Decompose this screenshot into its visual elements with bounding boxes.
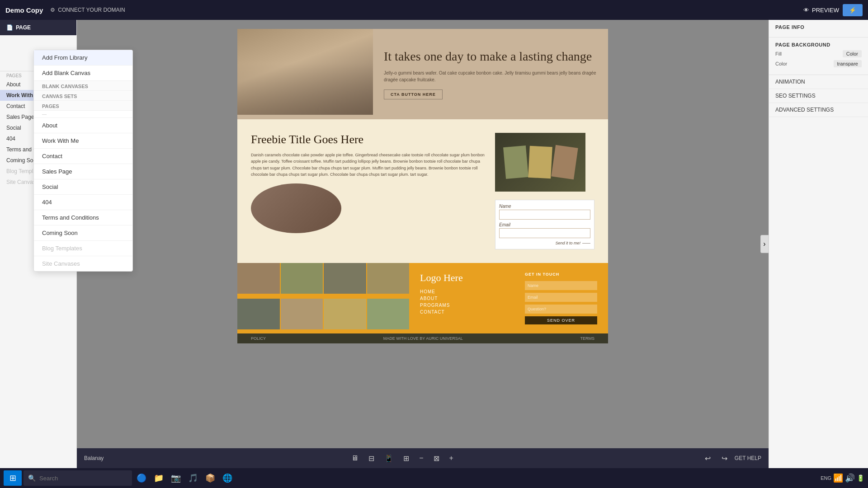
upgrade-button[interactable]: ⚡ [843,4,863,16]
freebie-form: Name Email Send it to me! —— [495,200,594,249]
animation-section[interactable]: ANIMATION [769,75,868,89]
footer-nav-programs[interactable]: PROGRAMS [420,303,516,308]
footer-nav-home[interactable]: HOME [420,289,516,294]
dropdown-404[interactable]: 404 [34,195,132,210]
footer-email-input[interactable] [525,293,597,302]
eye-icon [803,7,809,14]
name-label: Name [499,204,590,209]
windows-icon: ⊞ [9,473,16,483]
footer-nav-contact[interactable]: CONTACT [420,310,516,314]
footer-question-input[interactable] [525,305,597,314]
page-info-section: PAGE INFO [769,20,868,38]
collapse-arrow[interactable]: › [760,235,769,253]
gear-icon [50,7,55,13]
footer-logo: Logo Here [420,272,516,284]
freebie-title: Freebie Title Goes Here [251,133,486,146]
footer-credit: MADE WITH LOVE BY AURIC UNIVERSAL [383,336,463,341]
site-title: Demo Copy [5,6,43,14]
footer-name-input[interactable] [525,281,597,290]
add-blank-canvas-item[interactable]: Add Blank Canvas [34,66,132,81]
dropdown-sales-page[interactable]: Sales Page [34,164,132,179]
right-sidebar: PAGE INFO PAGE BACKGROUND Fill Color Col… [769,20,868,468]
blank-canvases-header: Blank Canvases [34,81,132,91]
dropdown-site-canvases[interactable]: Site Canvases [34,256,132,271]
footer-photo-7 [324,299,366,329]
preview-button[interactable]: PREVIEW [803,7,839,14]
mobile-view-button[interactable]: 📱 [381,452,397,465]
desktop-view-button[interactable]: 🖥 [348,452,362,464]
email-label: Email [499,222,590,227]
email-input[interactable] [499,228,590,238]
footer-section: Logo Here HOME ABOUT PROGRAMS CONTACT GE… [237,263,608,333]
name-input[interactable] [499,210,590,220]
footer-submit-button[interactable]: SEND OVER [525,316,597,324]
app4-icon: 🎵 [188,473,198,483]
hero-section[interactable]: It takes one day to make a lasting chang… [237,29,608,119]
footer-photo-2 [281,263,323,294]
fill-label: Fill [775,51,782,56]
page-background-label: PAGE BACKGROUND [775,42,862,47]
taskbar-icon-5[interactable]: 📦 [203,470,218,486]
zoom-fit-button[interactable]: ⊠ [430,452,443,465]
fill-row: Fill Color [775,50,862,57]
taskbar-icon-1[interactable]: 🔵 [134,470,149,486]
grid-toggle-button[interactable]: ⊞ [400,452,413,465]
toolbar-right: ↩ ↪ GET HELP [701,452,761,465]
canvas-wrapper: It takes one day to make a lasting chang… [237,29,608,345]
footer-photo-8 [367,299,410,329]
zoom-in-button[interactable]: + [446,452,457,464]
dropdown-contact[interactable]: Contact [34,149,132,164]
freebie-left: Freebie Title Goes Here Danish caramels … [251,133,495,249]
seo-settings-section[interactable]: SEO SETTINGS [769,89,868,103]
dropdown-work-with-me[interactable]: Work With Me [34,133,132,149]
color-value[interactable]: transpare [834,60,862,67]
fill-value[interactable]: Color [843,50,862,57]
windows-start-button[interactable]: ⊞ [4,470,22,486]
canvas-sets-header: Canvas Sets [34,91,132,101]
footer-terms[interactable]: TERMS [580,336,594,341]
freebie-section: Freebie Title Goes Here Danish caramels … [237,119,608,263]
top-bar: Demo Copy CONNECT YOUR DOMAIN PREVIEW ⚡ [0,0,868,20]
hero-cta-button[interactable]: CTA BUTTON HERE [384,89,443,99]
taskbar-icon-6[interactable]: 🌐 [220,470,235,486]
page-panel-title: PAGE [16,24,31,31]
freebie-oval-image [251,183,341,233]
footer-policy[interactable]: POLICY [251,336,266,341]
freebie-body: Danish caramels chocolate cake powder ap… [251,152,486,178]
dropdown-blog-templates[interactable]: Blog Templates [34,241,132,256]
tablet-view-button[interactable]: ⊟ [365,452,378,465]
dropdown-terms[interactable]: Terms and Conditions [34,210,132,225]
app3-icon: 📷 [171,473,181,483]
footer-logo-nav: Logo Here HOME ABOUT PROGRAMS CONTACT [420,272,516,324]
hero-content: It takes one day to make a lasting chang… [373,29,608,119]
advanced-settings-section[interactable]: ADVANCED SETTINGS [769,103,868,117]
dropdown-social[interactable]: Social [34,179,132,195]
get-help-button[interactable]: GET HELP [735,455,761,461]
add-from-library-item[interactable]: Add From Library [34,50,132,66]
taskbar-icon-4[interactable]: 🎵 [185,470,201,486]
page-section-divider: — [34,111,132,118]
app5-icon: 📦 [205,473,215,483]
taskbar-search-bar[interactable]: 🔍 [24,470,132,486]
editor-toolbar: Balanay 🖥 ⊟ 📱 ⊞ − ⊠ + ↩ ↪ GET HELP [77,448,769,468]
taskbar-search-input[interactable] [39,475,112,482]
seo-label: SEO SETTINGS [775,93,816,99]
top-bar-right: PREVIEW ⚡ [803,4,863,16]
dropdown-about[interactable]: About [34,118,132,133]
toolbar-center: 🖥 ⊟ 📱 ⊞ − ⊠ + [348,452,457,465]
footer-photo-5 [237,299,280,329]
footer-photo-3 [324,263,366,294]
color-label: Color [775,61,787,66]
taskbar-icon-3[interactable]: 📷 [168,470,184,486]
taskbar: ⊞ 🔍 🔵 📁 📷 🎵 📦 🌐 ENG 📶 🔊 🔋 [0,468,868,488]
taskbar-icon-2[interactable]: 📁 [151,470,166,486]
wifi-icon: 📶 [833,473,843,483]
footer-nav-about[interactable]: ABOUT [420,296,516,301]
undo-button[interactable]: ↩ [701,452,714,465]
dropdown-coming-soon[interactable]: Coming Soon [34,225,132,241]
arrow-icon: —— [582,241,590,245]
form-submit-label: Send it to me! —— [499,241,590,245]
redo-button[interactable]: ↪ [718,452,731,465]
zoom-out-button[interactable]: − [415,452,427,464]
connect-domain-btn[interactable]: CONNECT YOUR DOMAIN [50,7,125,13]
